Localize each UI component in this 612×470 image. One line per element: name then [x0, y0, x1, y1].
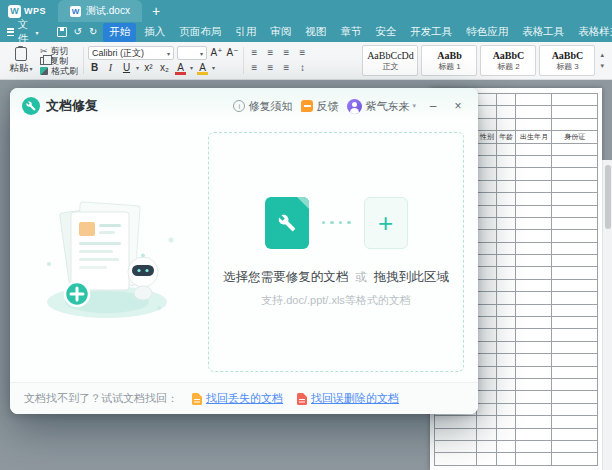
paste-label: 粘贴 — [9, 62, 28, 75]
styles-gallery: AaBbCcDd 正文 AaBb 标题 1 AaBbC 标题 2 AaBbC 标… — [360, 44, 608, 77]
add-file-box[interactable]: + — [364, 197, 408, 249]
shrink-font-button[interactable]: A⁻ — [226, 46, 239, 60]
gallery-scroll: ▴ ▾ — [598, 51, 606, 70]
recover-lost-link[interactable]: 找回丢失的文档 — [192, 391, 283, 406]
outdent-icon[interactable]: ≡ — [280, 46, 293, 60]
wps-logo-text: WPS — [24, 6, 46, 16]
italic-button[interactable]: I — [104, 61, 117, 75]
underline-button[interactable]: U — [120, 61, 133, 75]
dialog-title: 文档修复 — [46, 97, 98, 115]
underline-caret-icon[interactable]: ▾ — [136, 64, 139, 71]
bullet-list-icon[interactable]: ≡ — [248, 46, 261, 60]
connector-dots — [322, 221, 351, 225]
recover-deleted-link[interactable]: 找回误删除的文档 — [297, 391, 399, 406]
file-caret-icon: ▾ — [36, 29, 39, 36]
table-row — [435, 440, 598, 452]
style-heading-1[interactable]: AaBb 标题 1 — [421, 45, 477, 76]
menu-tab-7[interactable]: 章节 — [334, 23, 367, 42]
paste-button[interactable]: 粘贴 ▾ — [4, 44, 38, 77]
style-heading-2[interactable]: AaBbC 标题 2 — [480, 45, 536, 76]
quick-access-bar: ↺ ↻ — [52, 27, 103, 37]
font-name-select[interactable]: Calibri (正文) ▾ — [88, 46, 174, 60]
menu-tab-12[interactable]: 表格样式 — [572, 23, 612, 42]
format-painter-button[interactable]: 格式刷 — [40, 66, 78, 76]
repair-wrench-icon — [22, 97, 40, 115]
document-tab-title: 测试.docx — [86, 4, 130, 18]
hamburger-icon — [7, 28, 14, 36]
repair-document-icon — [265, 197, 309, 249]
font-size-caret-icon: ▾ — [200, 50, 203, 57]
doc-file-icon: W — [70, 6, 81, 17]
scrollbar-thumb[interactable] — [605, 165, 611, 229]
user-name: 紫气东来 — [365, 99, 409, 114]
wps-logo: W WPS — [0, 5, 54, 18]
vertical-scrollbar[interactable] — [602, 160, 612, 470]
line-spacing-icon[interactable]: ↕ — [296, 61, 309, 75]
repair-notice-link[interactable]: i 修复须知 — [233, 99, 292, 114]
font-size-select[interactable]: ▾ — [177, 46, 207, 60]
menu-tab-11[interactable]: 表格工具 — [516, 23, 570, 42]
undo-icon[interactable]: ↺ — [74, 27, 82, 37]
table-row — [435, 428, 598, 440]
gallery-up-icon[interactable]: ▴ — [600, 51, 604, 59]
deleted-doc-icon — [297, 393, 307, 405]
redo-icon[interactable]: ↻ — [89, 27, 97, 37]
toolbar-divider — [243, 47, 244, 74]
repair-dialog: 文档修复 i 修复须知 反馈 紫气东来 ▾ – × — [10, 88, 478, 414]
menu-tab-4[interactable]: 引用 — [229, 23, 262, 42]
font-group: Calibri (正文) ▾ ▾ A⁺ A⁻ B I U ▾ x² x₂ A ▾… — [87, 44, 240, 77]
gallery-down-icon[interactable]: ▾ — [600, 62, 604, 70]
menu-tab-5[interactable]: 审阅 — [264, 23, 297, 42]
font-color-caret-icon[interactable]: ▾ — [190, 64, 193, 71]
align-left-icon[interactable]: ≡ — [248, 61, 261, 75]
style-normal[interactable]: AaBbCcDd 正文 — [362, 45, 418, 76]
brush-icon — [40, 67, 48, 75]
highlight-button[interactable]: A — [196, 61, 209, 75]
feedback-link[interactable]: 反馈 — [301, 99, 338, 114]
document-tab[interactable]: W 测试.docx — [58, 0, 142, 22]
dropzone-text-left: 选择您需要修复的文档 — [223, 269, 348, 286]
paste-caret-icon: ▾ — [29, 65, 32, 72]
dialog-minimize-button[interactable]: – — [425, 100, 441, 112]
menu-tab-2[interactable]: 插入 — [138, 23, 171, 42]
numbered-list-icon[interactable]: ≡ — [264, 46, 277, 60]
grow-font-button[interactable]: A⁺ — [210, 46, 223, 60]
user-account[interactable]: 紫气东来 ▾ — [347, 99, 416, 114]
file-dropzone[interactable]: + 选择您需要修复的文档 或 拖拽到此区域 支持.doc/.ppt/.xls等格… — [208, 132, 464, 372]
dialog-footer: 文档找不到了？试试文档找回： 找回丢失的文档 找回误删除的文档 — [10, 382, 478, 414]
clipboard-group: ✂ 剪切 复制 格式刷 — [38, 44, 80, 77]
dropzone-or: 或 — [355, 270, 367, 285]
menu-tab-10[interactable]: 特色应用 — [460, 23, 514, 42]
ribbon-toolbar: 粘贴 ▾ ✂ 剪切 复制 格式刷 Calibri (正文) ▾ ▾ — [0, 42, 612, 80]
font-name-caret-icon: ▾ — [167, 50, 170, 57]
font-name-value: Calibri (正文) — [92, 47, 144, 60]
highlight-caret-icon[interactable]: ▾ — [212, 64, 215, 71]
menu-tab-9[interactable]: 开发工具 — [404, 23, 458, 42]
feedback-icon — [301, 100, 313, 112]
menu-tabs: 开始插入页面布局引用审阅视图章节安全开发工具特色应用表格工具表格样式 — [102, 22, 612, 42]
dialog-header: 文档修复 i 修复须知 反馈 紫气东来 ▾ – × — [10, 88, 478, 124]
menubar: 文件 ▾ ↺ ↻ 开始插入页面布局引用审阅视图章节安全开发工具特色应用表格工具表… — [0, 22, 612, 42]
menu-tab-6[interactable]: 视图 — [299, 23, 332, 42]
copy-icon — [40, 57, 47, 65]
menu-tab-1[interactable]: 开始 — [103, 23, 136, 42]
align-right-icon[interactable]: ≡ — [280, 61, 293, 75]
wps-logo-icon: W — [8, 5, 21, 18]
paragraph-group: ≡ ≡ ≡ ≡ ≡ ≡ ≡ ↕ — [247, 44, 310, 77]
indent-icon[interactable]: ≡ — [296, 46, 309, 60]
superscript-button[interactable]: x² — [142, 61, 155, 75]
toolbar-divider — [83, 47, 84, 74]
align-center-icon[interactable]: ≡ — [264, 61, 277, 75]
table-row — [435, 453, 598, 465]
menu-tab-8[interactable]: 安全 — [369, 23, 402, 42]
new-tab-button[interactable]: + — [152, 4, 160, 18]
dialog-close-button[interactable]: × — [450, 100, 466, 112]
subscript-button[interactable]: x₂ — [158, 61, 171, 75]
bold-button[interactable]: B — [88, 61, 101, 75]
save-icon[interactable] — [57, 27, 67, 37]
menu-tab-3[interactable]: 页面布局 — [173, 23, 227, 42]
dialog-body: + 选择您需要修复的文档 或 拖拽到此区域 支持.doc/.ppt/.xls等格… — [10, 124, 478, 382]
font-color-button[interactable]: A — [174, 61, 187, 75]
titlebar: W WPS W 测试.docx + — [0, 0, 612, 22]
style-heading-3[interactable]: AaBbC 标题 3 — [539, 45, 595, 76]
